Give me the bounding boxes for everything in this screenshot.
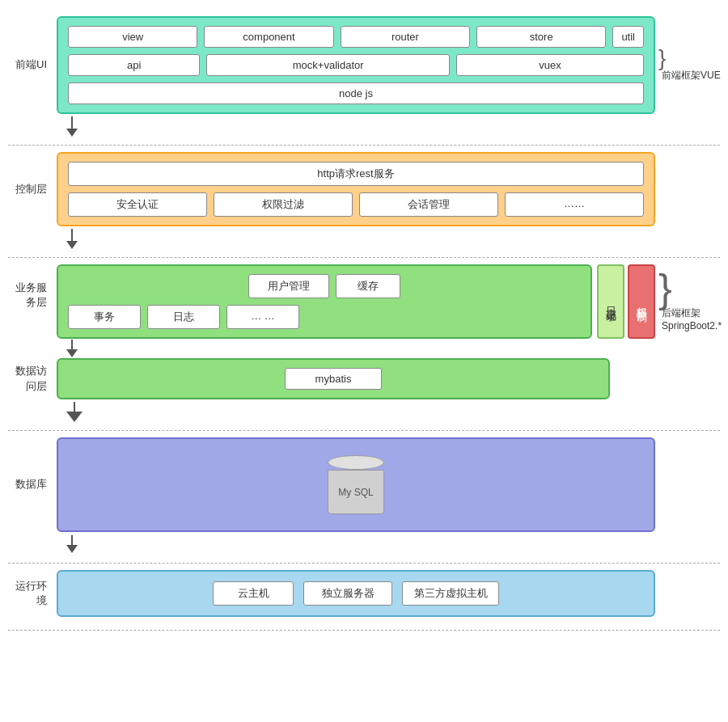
mybatis-box: mybatis xyxy=(285,368,382,390)
mock-validator-box: mock+validator xyxy=(206,54,450,76)
http-rest-box: http请求rest服务 xyxy=(68,162,644,186)
arrow-stem-2 xyxy=(71,229,73,241)
frontend-framework-label: 前端框架VUE xyxy=(662,69,721,82)
control-label: 控制层 xyxy=(8,182,57,196)
permission-filter-box: 权限过滤 xyxy=(214,192,353,217)
router-box: router xyxy=(341,26,470,48)
arrow-4 xyxy=(8,399,720,424)
runtime-box: 云主机 独立服务器 第三方虚拟主机 xyxy=(57,570,655,617)
separator-1 xyxy=(8,145,720,146)
frontend-label: 前端UI xyxy=(8,57,57,72)
frontend-box: view component router store util api moc… xyxy=(57,16,655,114)
cloud-host-box: 云主机 xyxy=(213,581,294,606)
runtime-label: 运行环境 xyxy=(8,579,57,608)
log-record-box: 日志记录 xyxy=(597,264,624,339)
component-box: component xyxy=(204,26,333,48)
arrow-head-5 xyxy=(66,545,78,553)
runtime-content: 云主机 独立服务器 第三方虚拟主机 xyxy=(57,570,655,617)
auth-control-box: 权限控制 xyxy=(628,264,655,339)
frontend-layer: 前端UI view component router store util ap… xyxy=(8,16,720,114)
arrow-2 xyxy=(8,226,720,251)
vuex-box: vuex xyxy=(456,54,644,76)
backend-label-line2: SpringBoot2.* xyxy=(662,320,722,331)
arrow-stem-4 xyxy=(74,402,75,412)
runtime-layer: 运行环境 云主机 独立服务器 第三方虚拟主机 xyxy=(8,570,720,617)
control-layer: 控制层 http请求rest服务 安全认证 权限过滤 会话管理 …… xyxy=(8,152,720,226)
mysql-cylinder-wrapper: My SQL xyxy=(328,455,384,514)
business-content: 用户管理 缓存 事务 日志 … … xyxy=(57,264,592,339)
log-box-inner: 日志 xyxy=(147,305,220,329)
business-row2: 事务 日志 … … xyxy=(68,305,581,329)
arrow-head-2 xyxy=(66,241,78,249)
cache-box: 缓存 xyxy=(336,274,400,298)
runtime-items: 云主机 独立服务器 第三方虚拟主机 xyxy=(68,581,644,606)
separator-2 xyxy=(8,257,720,258)
backend-right-annotation: } 后端框架 SpringBoot2.* xyxy=(655,272,720,331)
arrow-stem-1 xyxy=(71,116,73,129)
security-auth-box: 安全认证 xyxy=(68,192,207,217)
arrow-3 xyxy=(8,339,720,358)
store-box: store xyxy=(476,26,606,48)
third-party-vhost-box: 第三方虚拟主机 xyxy=(402,581,499,606)
business-label: 业务服务层 xyxy=(8,264,57,310)
db-box: My SQL xyxy=(57,437,655,532)
ellipsis-box-control: …… xyxy=(505,192,644,217)
arrow-1 xyxy=(8,114,720,138)
user-mgmt-box: 用户管理 xyxy=(248,274,329,298)
frontend-brace: } xyxy=(658,48,666,68)
cylinder-top xyxy=(328,455,384,470)
backend-brace: } xyxy=(658,272,672,306)
dao-row: 数据访问层 mybatis xyxy=(8,358,720,399)
arrow-5 xyxy=(8,532,720,556)
arrow-head-1 xyxy=(66,129,78,137)
control-content: http请求rest服务 安全认证 权限过滤 会话管理 …… xyxy=(57,152,655,226)
architecture-diagram: 前端UI view component router store util ap… xyxy=(8,16,720,631)
util-box: util xyxy=(612,26,644,48)
view-box: view xyxy=(68,26,197,48)
control-box: http请求rest服务 安全认证 权限过滤 会话管理 …… xyxy=(57,152,655,226)
more-box-business: … … xyxy=(226,305,299,329)
dao-content: mybatis xyxy=(57,358,610,399)
database-layer: 数据库 My SQL xyxy=(8,437,720,532)
database-content: My SQL xyxy=(57,437,655,532)
backend-label-line1: 后端框架 xyxy=(662,306,700,320)
business-dao-wrapper: 业务服务层 用户管理 缓存 事务 日志 … … xyxy=(8,264,720,399)
dao-inner: mybatis xyxy=(68,368,599,390)
arrow-stem-5 xyxy=(71,535,73,545)
business-box: 用户管理 缓存 事务 日志 … … xyxy=(57,264,592,339)
frontend-right-annotation: } 前端框架VUE xyxy=(655,48,720,82)
business-row1: 用户管理 缓存 xyxy=(68,274,581,298)
mysql-label: My SQL xyxy=(338,487,373,498)
arrow-stem-3 xyxy=(71,340,73,349)
database-label: 数据库 xyxy=(8,477,57,492)
separator-5 xyxy=(8,630,720,631)
frontend-content: view component router store util api moc… xyxy=(57,16,655,114)
session-mgmt-box: 会话管理 xyxy=(359,192,498,217)
separator-3 xyxy=(8,430,720,431)
nodejs-box: node js xyxy=(68,82,644,104)
cylinder-body: My SQL xyxy=(328,470,384,514)
arrow-head-3 xyxy=(66,349,78,357)
dedicated-server-box: 独立服务器 xyxy=(303,581,392,606)
control-row2: 安全认证 权限过滤 会话管理 …… xyxy=(68,192,644,217)
transaction-box: 事务 xyxy=(68,305,141,329)
dao-box: mybatis xyxy=(57,358,610,399)
api-box: api xyxy=(68,54,200,76)
separator-4 xyxy=(8,563,720,564)
business-dao-section: 业务服务层 用户管理 缓存 事务 日志 … … xyxy=(8,264,720,399)
side-boxes: 日志记录 权限控制 xyxy=(597,264,655,339)
business-row: 业务服务层 用户管理 缓存 事务 日志 … … xyxy=(8,264,720,339)
arrow-head-4 xyxy=(66,412,83,422)
dao-label: 数据访问层 xyxy=(8,364,57,393)
